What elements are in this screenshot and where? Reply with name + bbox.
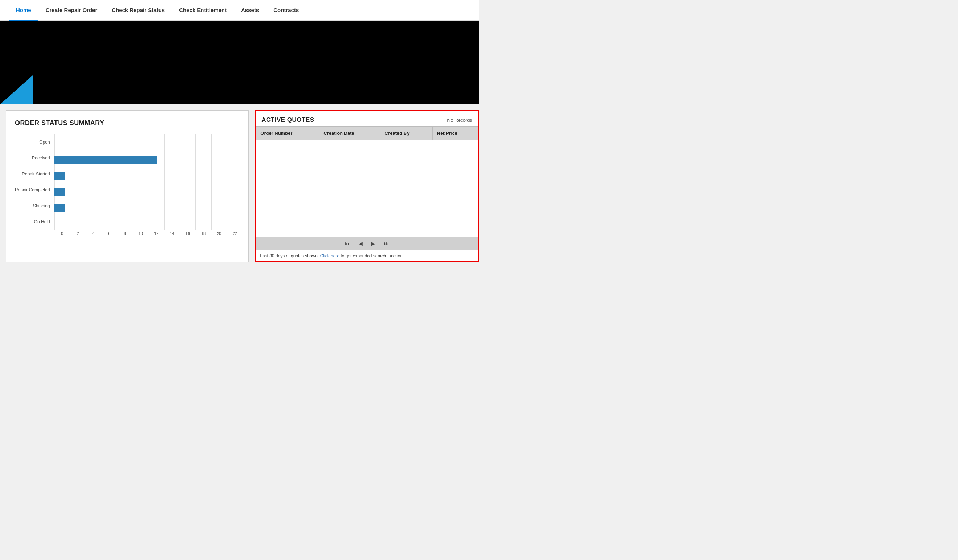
y-label-received: Received [32, 150, 50, 166]
x-axis: 0 2 4 6 8 10 12 14 16 18 20 22 [54, 231, 243, 236]
x-label-16: 16 [180, 231, 195, 236]
pagination-bar: ⏮ ◀ ▶ ⏭ [255, 237, 478, 250]
y-label-shipping: Shipping [33, 198, 50, 214]
y-label-repair-completed: Repair Completed [15, 182, 50, 198]
active-quotes-empty-area [255, 140, 478, 237]
main-content: ORDER STATUS SUMMARY Open Received Repai… [0, 104, 479, 268]
order-status-panel: ORDER STATUS SUMMARY Open Received Repai… [6, 110, 249, 263]
x-label-22: 22 [227, 231, 243, 236]
active-quotes-table: Order Number Creation Date Created By Ne… [255, 127, 478, 140]
active-quotes-footer: Last 30 days of quotes shown. Click here… [255, 250, 478, 261]
pagination-first-button[interactable]: ⏮ [343, 240, 352, 247]
chart-area: Open Received Repair Started Repair Comp… [15, 134, 243, 236]
y-label-repair-started: Repair Started [22, 166, 50, 182]
pagination-last-button[interactable]: ⏭ [382, 240, 391, 247]
col-created-by: Created By [380, 127, 432, 140]
hero-triangle [0, 75, 33, 104]
y-label-open: Open [39, 134, 50, 150]
x-label-8: 8 [117, 231, 133, 236]
bar-row-repair-completed [54, 182, 243, 198]
nav-create-repair-order[interactable]: Create Repair Order [38, 0, 105, 21]
nav-check-entitlement[interactable]: Check Entitlement [172, 0, 234, 21]
order-status-title: ORDER STATUS SUMMARY [15, 119, 243, 127]
click-here-link[interactable]: Click here [320, 253, 339, 258]
hero-banner [0, 21, 479, 104]
x-label-20: 20 [211, 231, 227, 236]
x-label-18: 18 [195, 231, 211, 236]
footer-text: Last 30 days of quotes shown. [260, 253, 319, 258]
pagination-next-button[interactable]: ▶ [369, 240, 377, 247]
table-header: Order Number Creation Date Created By Ne… [256, 127, 478, 140]
x-label-12: 12 [149, 231, 164, 236]
x-label-10: 10 [133, 231, 148, 236]
bar-row-repair-started [54, 166, 243, 182]
col-net-price: Net Price [432, 127, 477, 140]
y-label-on-hold: On Hold [34, 214, 50, 230]
bar-chart: 0 2 4 6 8 10 12 14 16 18 20 22 [54, 134, 243, 236]
x-label-0: 0 [54, 231, 70, 236]
bar-row-received [54, 150, 243, 166]
y-axis-labels: Open Received Repair Started Repair Comp… [15, 134, 50, 230]
bar-row-open [54, 134, 243, 150]
nav-home[interactable]: Home [9, 0, 38, 21]
pagination-prev-button[interactable]: ◀ [357, 240, 365, 247]
nav-check-repair-status[interactable]: Check Repair Status [105, 0, 172, 21]
col-order-number: Order Number [256, 127, 319, 140]
x-label-6: 6 [102, 231, 117, 236]
x-label-4: 4 [86, 231, 101, 236]
active-quotes-title: ACTIVE QUOTES [262, 116, 314, 123]
active-quotes-header: ACTIVE QUOTES No Records [255, 111, 478, 127]
x-label-2: 2 [70, 231, 86, 236]
nav-contracts[interactable]: Contracts [266, 0, 306, 21]
no-records-text: No Records [447, 117, 472, 123]
col-creation-date: Creation Date [319, 127, 380, 140]
navigation: Home Create Repair Order Check Repair St… [0, 0, 479, 21]
active-quotes-body: Order Number Creation Date Created By Ne… [255, 127, 478, 237]
nav-assets[interactable]: Assets [234, 0, 266, 21]
footer-suffix: to get expanded search function. [341, 253, 404, 258]
bar-row-shipping [54, 198, 243, 214]
active-quotes-panel: ACTIVE QUOTES No Records Order Number Cr… [255, 110, 479, 263]
bar-row-on-hold [54, 214, 243, 230]
x-label-14: 14 [164, 231, 180, 236]
